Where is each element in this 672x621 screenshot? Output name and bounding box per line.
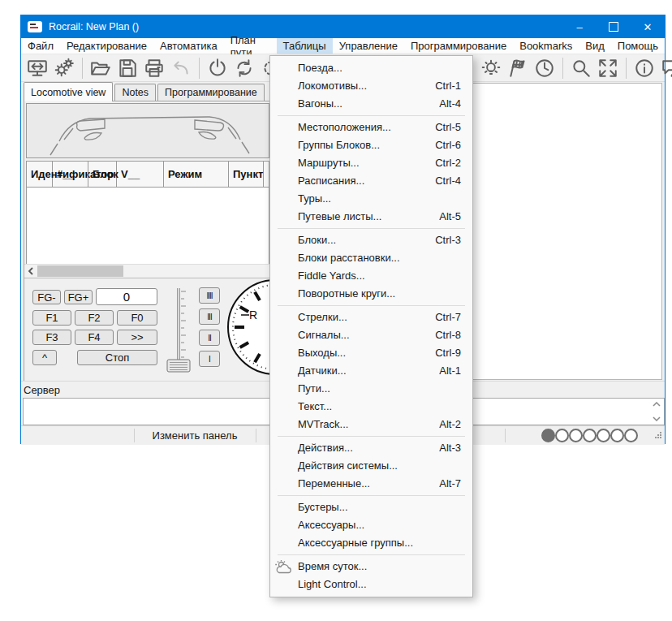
menu-item[interactable]: Alt-1 Датчики... (270, 362, 472, 380)
minimize-button[interactable]: – (562, 15, 597, 38)
info-icon[interactable] (633, 57, 656, 80)
f1-button[interactable]: F1 (32, 310, 71, 326)
menu-item-label: Путевые листы... (298, 210, 381, 222)
menubar-item[interactable]: Bookmarks (513, 38, 579, 54)
daylight-icon[interactable] (480, 57, 502, 80)
menu-item[interactable]: Аксессуары... (270, 516, 472, 534)
resize-grip[interactable] (654, 428, 662, 442)
table-header-cell[interactable]: V__ (117, 162, 164, 187)
menubar-item[interactable]: Помощь (611, 38, 665, 54)
page-indicator-dot[interactable] (610, 429, 624, 442)
edit-panel-button[interactable]: Изменить панель (135, 426, 255, 445)
page-indicator-dot[interactable] (597, 429, 610, 442)
menu-item[interactable]: Ctrl-2 Маршруты... (270, 154, 472, 172)
menu-item[interactable]: Ctrl-5 Местоположения... (270, 119, 472, 136)
menu-item[interactable]: Ctrl-4 Расписания... (270, 172, 472, 190)
f2-button[interactable]: F2 (75, 310, 114, 326)
close-button[interactable]: ✕ (631, 15, 665, 38)
menu-item[interactable]: Alt-7 Переменные... (270, 475, 472, 493)
menu-item-shortcut: Ctrl-7 (435, 308, 461, 326)
f4-button[interactable]: F4 (75, 330, 114, 345)
menu-item[interactable]: Alt-4 Вагоны... (270, 95, 472, 113)
menu-item[interactable]: Ctrl-9 Выходы... (270, 344, 472, 362)
maximize-button[interactable] (597, 15, 631, 38)
settings-icon[interactable] (53, 57, 75, 80)
open-folder-icon[interactable] (89, 57, 112, 80)
menu-item[interactable]: Ctrl-1 Локомотивы... (270, 77, 472, 95)
menu-item[interactable]: Текст... (270, 398, 472, 416)
f3-button[interactable]: F3 (32, 330, 71, 345)
speed-step-button[interactable]: IIII (199, 287, 220, 304)
titlebar[interactable]: Rocrail: New Plan () – ✕ (21, 15, 665, 38)
menu-item[interactable]: Ctrl-7 Стрелки... (270, 308, 472, 326)
menu-item[interactable]: Действия системы... (270, 457, 472, 475)
menubar-item[interactable]: Программирование (404, 38, 513, 54)
menu-item[interactable]: Ctrl-8 Сигналы... (270, 326, 472, 344)
page-indicator-dot[interactable] (583, 429, 597, 442)
horizontal-scrollbar[interactable] (24, 264, 272, 278)
speed-step-button[interactable]: II (199, 330, 220, 346)
f0-button[interactable]: F0 (117, 310, 157, 326)
menubar-item[interactable]: Управление (333, 38, 404, 54)
menu-item[interactable]: Аксессуарные группы... (270, 534, 472, 552)
more-functions-button[interactable]: >> (117, 330, 157, 345)
table-header-cell[interactable]: Пункт (229, 162, 264, 187)
clock-icon[interactable] (533, 57, 556, 80)
tab[interactable]: Notes (114, 84, 156, 101)
table-header-cell[interactable]: Идентификатор (27, 162, 53, 187)
menu-item[interactable]: Ctrl-3 Блоки... (270, 231, 472, 249)
scroll-left-icon[interactable] (24, 265, 37, 278)
menu-item[interactable]: Ctrl-6 Группы Блоков... (270, 136, 472, 154)
tab[interactable]: Locomotive view (24, 82, 113, 101)
menu-item[interactable]: Alt-3 Действия... (270, 439, 472, 457)
menu-item[interactable]: Поезда... (270, 59, 472, 77)
page-indicator-dot[interactable] (624, 429, 638, 442)
menubar-item[interactable]: Таблицы (277, 38, 333, 54)
menu-item[interactable]: Бустеры... (270, 498, 472, 516)
menubar-item[interactable]: Файл (21, 38, 60, 54)
chat-icon[interactable] (660, 57, 672, 80)
menu-item[interactable]: Туры... (270, 190, 472, 208)
menu-item[interactable]: Alt-2 MVTrack... (270, 416, 472, 433)
menubar-item[interactable]: Редактирование (60, 38, 153, 54)
direction-button[interactable]: ^ (32, 350, 57, 365)
menubar-item[interactable]: Автоматика (153, 38, 224, 54)
scroll-down-icon[interactable] (650, 414, 663, 424)
menu-item-label: Сигналы... (298, 329, 350, 341)
menubar-item[interactable]: Вид (579, 38, 611, 54)
menu-item[interactable]: Fiddle Yards... (270, 267, 472, 285)
workspace-icon[interactable] (26, 57, 49, 80)
table-header-cell[interactable]: #__ (53, 162, 88, 187)
fg-minus-button[interactable]: FG- (32, 290, 61, 304)
save-icon[interactable] (116, 57, 139, 80)
page-indicator-dot[interactable] (555, 429, 569, 442)
fg-plus-button[interactable]: FG+ (64, 290, 93, 304)
table-header-cell[interactable]: Режим (164, 162, 229, 187)
menu-item[interactable]: Alt-5 Путевые листы... (270, 208, 472, 226)
page-indicator-dot[interactable] (569, 429, 583, 442)
menu-item[interactable]: Light Control... (270, 576, 472, 593)
page-indicator-dot[interactable] (541, 429, 555, 442)
throttle-slider[interactable] (166, 285, 192, 379)
tab[interactable]: Программирование (157, 84, 265, 101)
speed-display[interactable]: 0 (96, 288, 157, 305)
print-icon[interactable] (143, 57, 166, 80)
menu-item[interactable]: Время суток... (270, 558, 472, 576)
scroll-up-icon[interactable] (650, 399, 663, 409)
speed-step-button[interactable]: III (199, 308, 220, 325)
menu-item[interactable]: Блоки расстановки... (270, 249, 472, 267)
menubar-item[interactable]: План пути (224, 38, 277, 54)
stop-button[interactable]: Стоп (77, 350, 157, 365)
scrollbar-thumb[interactable] (37, 265, 123, 277)
table-header-cell[interactable]: Блок (88, 162, 117, 187)
menu-item-shortcut: Ctrl-9 (435, 344, 461, 362)
checkered-flag-icon[interactable] (506, 57, 529, 80)
zoom-icon[interactable] (570, 57, 592, 80)
vertical-scrollbar[interactable] (650, 399, 663, 424)
menu-item[interactable]: Поворотные круги... (270, 285, 472, 303)
refresh-icon[interactable] (233, 57, 256, 80)
power-icon[interactable] (206, 57, 229, 80)
speed-step-button[interactable]: I (199, 351, 220, 367)
menu-item[interactable]: Пути... (270, 380, 472, 398)
fullscreen-icon[interactable] (597, 57, 619, 80)
